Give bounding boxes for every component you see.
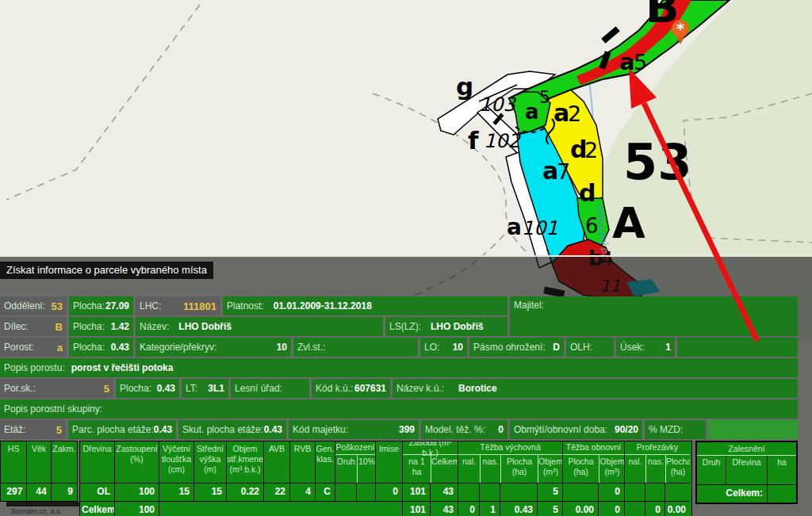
label-102: 102	[484, 130, 522, 152]
col-zales-drevina: Dřevina	[726, 456, 768, 484]
col-rvb: RVB	[290, 441, 316, 483]
field-lslz: LS(LZ):LHO Dobříš	[385, 317, 508, 336]
label-A: A	[612, 198, 645, 248]
map-tooltip: Získat informace o parcele vybraného mís…	[0, 262, 213, 279]
field-mzd: % MZD:	[645, 420, 706, 439]
svg-text:2: 2	[568, 101, 581, 126]
table-row: OL 100 15 15 0.22 22 4 C 0 101 43 5 0	[80, 483, 691, 501]
label-5: 5	[539, 87, 550, 107]
col-zales-ha: ha	[768, 456, 796, 484]
col-stredni: Střední výška (m)	[194, 441, 227, 483]
field-plocha-dilec: Plocha:1.42	[69, 317, 133, 336]
map-attribution: Seznam.cz, a.s.	[11, 507, 62, 515]
field-plocha-porost: Plocha:0.43	[69, 338, 133, 357]
zalesneni-table: Zalesnění Druh Dřevina ha Celkem:	[695, 441, 798, 504]
label-B: B	[645, 0, 680, 32]
field-porsk: Por.sk.:5	[0, 379, 113, 398]
svg-text:101: 101	[522, 217, 558, 239]
field-usek: Úsek:1	[616, 338, 675, 357]
svg-text:7: 7	[557, 159, 570, 184]
col-zales-druh: Druh	[697, 456, 726, 484]
label-f: f	[468, 126, 479, 155]
field-plocha-oddeleni: Plocha:27.09	[69, 296, 133, 315]
label-103: 103	[479, 94, 517, 116]
table-header-row: Dřevina Zastoupení (%) Výčetní tloušťka …	[80, 441, 691, 483]
field-platnost: Platnost:01.01.2009-31.12.2018	[223, 296, 508, 315]
label-a101: a	[507, 214, 522, 240]
field-olh: OLH:	[566, 338, 614, 357]
col-hs: HS	[1, 441, 27, 483]
col-vycetni: Výčetní tloušťka (cm)	[159, 441, 194, 483]
group-tezba-obnovni: Těžba obnovní Plocha (ha) Objem (m³)	[563, 441, 625, 483]
table-totals-row: Celkem:	[697, 484, 796, 503]
field-empty	[677, 338, 798, 357]
group-poskozeni: Poškození Druh 10%	[335, 441, 376, 483]
field-pasmo: Pásmo ohrožení:D	[469, 338, 564, 357]
group-zasoba: Zásoba (m³ b.k.) na 1 ha Celkem	[403, 441, 458, 483]
col-imise: Imise	[376, 441, 403, 483]
field-model-tez: Model. těž. %:0	[421, 420, 508, 439]
field-lesni-urad: Lesní úřad:	[231, 379, 309, 398]
label-53: 53	[623, 133, 691, 191]
field-plocha-porsk: Plocha:0.43	[116, 379, 179, 398]
field-nazev: Název:LHO Dobříš	[136, 317, 383, 336]
field-popis-skupiny: Popis porostní skupiny:	[0, 399, 798, 419]
field-majitel: Majitel:	[510, 296, 798, 336]
field-kategorie: Kategorie/překryv:10	[136, 338, 291, 357]
field-kod-ku: Kód k.ú.:607631	[312, 379, 390, 398]
field-parc-plocha: Parc. plocha etáže:0.43	[68, 420, 176, 439]
group-tezba-vychovna: Těžba výchovná nal. nas. Plocha (ha) Obj…	[458, 441, 563, 483]
table-header-row: HS Věk Zakm.	[1, 441, 77, 483]
col-zakm: Zakm.	[52, 441, 77, 483]
table-totals-row: Celkem: 100 101 43 0 1 0.43 5 0.00 0 0 0…	[80, 501, 691, 516]
field-oddeleni: Oddělení:53	[0, 296, 67, 315]
svg-text:5: 5	[634, 50, 647, 75]
app-window: * B a 5 g 103 f 102 5 a a 2 d 2 a 7 d 6 …	[0, 0, 812, 516]
label-g: g	[456, 72, 473, 101]
field-lt: LT:3L1	[182, 379, 228, 398]
field-porost: Porost:a	[0, 338, 67, 357]
field-nazev-ku: Název k.ú.:Borotice	[393, 379, 798, 398]
field-kod-majetku: Kód majetku:399	[289, 420, 419, 439]
label-a5: a	[619, 48, 635, 75]
col-vek: Věk	[27, 441, 51, 483]
field-skut-plocha: Skut. plocha etáže:0.43	[178, 420, 286, 439]
group-prorezavky: Prořezávky nal. nas. Plocha (ha)	[625, 441, 690, 483]
col-avb: AVB	[264, 441, 290, 483]
table-row: 297 44 9	[1, 483, 77, 501]
field-lo: LO:10	[420, 338, 467, 357]
label-d: d	[579, 179, 596, 207]
svg-text:2: 2	[584, 138, 598, 162]
label-a-small: a	[525, 100, 539, 124]
col-objem-kmene: Objem stř.kmene (m³ b.k.)	[227, 441, 264, 483]
field-obmyti: Obmýtí/obnovní doba:90/20	[510, 420, 642, 439]
col-drevina: Dřevina	[80, 441, 115, 483]
field-mzd-input[interactable]	[708, 420, 798, 439]
col-gen-klas: Gen. klas.	[316, 441, 335, 483]
species-table: Dřevina Zastoupení (%) Výčetní tloušťka …	[79, 441, 692, 516]
field-zvlst: Zvl.st.:	[293, 338, 418, 357]
field-popis-porostu: Popis porostu:porost v řečišti potoka	[0, 358, 798, 377]
field-dilec: Dílec:B	[0, 317, 67, 336]
stand-summary-table: HS Věk Zakm. 297 44 9	[0, 441, 78, 502]
col-zastoupeni: Zastoupení (%)	[115, 441, 159, 483]
field-etaz: Etáž:5	[0, 420, 66, 439]
field-lhc: LHC:111801	[136, 296, 220, 315]
